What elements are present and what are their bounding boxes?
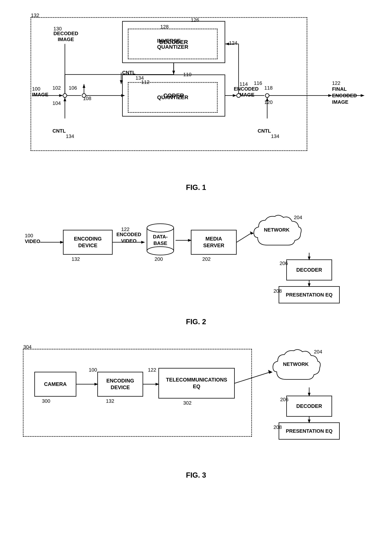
video-label-fig2: VIDEO bbox=[25, 238, 40, 244]
ref-202: 202 bbox=[202, 256, 211, 262]
ref-108: 108 bbox=[83, 95, 91, 102]
ref-304: 304 bbox=[23, 344, 31, 350]
ref-122-fig1: 122 bbox=[332, 80, 340, 86]
ref-300: 300 bbox=[42, 398, 50, 404]
ref-122-fig3: 122 bbox=[148, 367, 156, 373]
ref-116: 116 bbox=[254, 80, 262, 86]
ref-204-fig3: 204 bbox=[314, 349, 322, 355]
ref-204-fig2: 204 bbox=[294, 214, 302, 221]
svg-marker-21 bbox=[361, 94, 365, 97]
figure-1: 132 DECODER 126 INVERSEQUANTIZER 128 COD… bbox=[15, 11, 378, 168]
telecom-eq-fig3: TELECOMMUNICATIONSEQ bbox=[158, 368, 235, 399]
database-fig2: DATA-BASE bbox=[145, 222, 176, 255]
ref-130: 130 bbox=[53, 26, 62, 32]
svg-line-44 bbox=[237, 233, 252, 242]
ref-302: 302 bbox=[183, 400, 191, 406]
ref-114: 114 bbox=[240, 81, 248, 87]
presentation-eq-fig2: PRESENTATION EQ bbox=[279, 286, 340, 303]
network-cloud-fig3: NETWORK bbox=[271, 349, 321, 387]
final-encoded-image-label: FINALENCODEDIMAGE bbox=[332, 86, 357, 105]
ref-132-fig2: 132 bbox=[71, 256, 80, 262]
encoding-device-fig2: ENCODINGDEVICE bbox=[63, 230, 113, 255]
cntl-left-label: CNTL bbox=[53, 128, 66, 134]
encoded-video-label: ENCODEDVIDEO bbox=[116, 231, 141, 244]
ref-104: 104 bbox=[53, 100, 61, 106]
svg-point-35 bbox=[147, 247, 174, 255]
ref-102: 102 bbox=[53, 85, 61, 91]
ref-132-fig1: 132 bbox=[31, 12, 39, 18]
camera-fig3: CAMERA bbox=[34, 372, 76, 397]
ref-206-fig3: 206 bbox=[280, 397, 288, 402]
ref-106: 106 bbox=[69, 85, 77, 91]
ref-134-cntl-right: 134 bbox=[271, 133, 279, 139]
ref-132-fig3: 132 bbox=[106, 398, 114, 404]
quantizer-box: QUANTIZER bbox=[128, 82, 218, 113]
ref-134-cntl-top: 134 bbox=[135, 75, 144, 81]
ref-200: 200 bbox=[155, 256, 163, 262]
decoder-fig2: DECODER bbox=[286, 260, 332, 280]
ref-110: 110 bbox=[183, 72, 191, 78]
figure-3: 304 CAMERA 300 ENCODINGDEVICE 132 100 12… bbox=[15, 341, 378, 456]
inverse-quantizer-box: INVERSEQUANTIZER bbox=[128, 29, 218, 59]
ref-124: 124 bbox=[229, 40, 237, 46]
presentation-eq-fig3: PRESENTATION EQ bbox=[279, 422, 340, 440]
fig3-label: FIG. 3 bbox=[15, 471, 377, 479]
fig1-label: FIG. 1 bbox=[15, 183, 377, 192]
ref-100-fig2: 100 bbox=[25, 233, 33, 239]
decoder-fig3: DECODER bbox=[286, 396, 332, 417]
ref-134-cntl-left: 134 bbox=[66, 133, 74, 139]
media-server-fig2: MEDIASERVER bbox=[191, 230, 237, 255]
ref-128: 128 bbox=[160, 24, 169, 30]
ref-118: 118 bbox=[264, 85, 273, 91]
cntl-top-label: CNTL bbox=[122, 70, 135, 76]
ref-100-fig1: 100 bbox=[32, 86, 40, 92]
image-label: IMAGE bbox=[32, 92, 48, 98]
ref-208-fig3: 208 bbox=[274, 424, 282, 430]
encoded-image-label: ENCODEDIMAGE bbox=[234, 86, 258, 98]
ref-122-fig2: 122 bbox=[121, 226, 129, 232]
svg-marker-19 bbox=[328, 94, 332, 97]
ref-100-fig3: 100 bbox=[89, 367, 97, 373]
ref-208-fig2: 208 bbox=[274, 288, 282, 294]
fig2-label: FIG. 2 bbox=[15, 318, 377, 326]
cntl-right-label: CNTL bbox=[258, 128, 271, 134]
svg-marker-41 bbox=[141, 241, 145, 243]
decoded-image-label: DECODEDIMAGE bbox=[53, 31, 78, 42]
ref-206-fig2: 206 bbox=[280, 261, 288, 266]
ref-120: 120 bbox=[264, 99, 273, 105]
ref-126: 126 bbox=[191, 17, 199, 23]
encoding-device-fig3: ENCODINGDEVICE bbox=[97, 372, 143, 397]
figure-2: VIDEO 100 ENCODINGDEVICE 132 ENCODEDVIDE… bbox=[15, 203, 378, 302]
